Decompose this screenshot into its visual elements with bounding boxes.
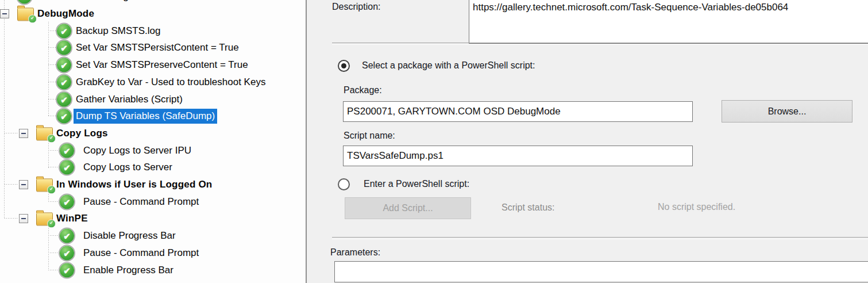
tree-connector-line [5,184,18,185]
enter-script-radio[interactable] [338,178,350,190]
tree-connector-line [48,99,56,100]
collapse-minus-icon[interactable] [0,9,9,18]
tree-item[interactable]: ✔Copy Logs to Server IPU [0,142,306,159]
tree-item[interactable]: ✔Disable Progress Bar [0,227,306,244]
tree-item-label: Set Var SMSTSPersistContent = True [76,40,239,55]
package-label: Package: [344,85,382,95]
tree-item[interactable]: ✔Backup SMSTS.log [0,22,306,40]
tree-item-label: Set Pause if Running Standalone [37,0,180,4]
tree-connector-line [5,133,18,133]
tree-connector-line [48,64,56,65]
tree-item[interactable]: ✓Copy Logs [0,125,306,142]
step-success-icon: ✔ [57,109,71,124]
select-package-radio-label: Select a package with a PowerShell scrip… [362,60,535,71]
tree-connector-line [48,150,59,151]
browse-button[interactable]: Browse... [722,100,852,123]
tree-item-label: DebugMode [37,6,94,21]
tree-item[interactable]: ✓DebugMode [0,5,306,22]
script-name-label: Script name: [344,131,395,141]
step-success-icon: ✔ [57,75,71,89]
step-success-icon: ✔ [60,246,74,260]
tree-item-label: Gather Variables (Script) [76,92,183,107]
collapse-minus-icon[interactable] [19,214,28,223]
tree-connector-line [48,235,59,236]
step-success-icon: ✔ [17,0,32,4]
tree-item-label: Dump TS Variables (SafeDump) [74,109,217,124]
collapse-minus-icon[interactable] [19,129,28,138]
enter-script-radio-label: Enter a PowerShell script: [364,179,469,189]
tree-item-label: WinPE [56,211,88,226]
tree-item-label: GrabKey to Var - Used to troubleshoot Ke… [76,75,265,90]
tree-connector-line [48,201,59,202]
tree-item-label: Pause - Command Prompt [83,246,199,261]
tree-item-label: Enable Progress Bar [83,263,173,278]
parameters-label: Parameters: [330,247,380,258]
group-folder-icon: ✓ [36,213,53,226]
tree-item[interactable]: ✔Set Pause if Running Standalone [0,0,306,5]
tree-item-label: Set Var SMSTSPreserveContent = True [76,58,248,72]
tree-item-label: Copy Logs to Server [83,160,172,175]
tree-item[interactable]: ✔Dump TS Variables (SafeDump) [0,108,306,125]
panel-splitter[interactable] [306,0,307,283]
tree-connector-line [48,167,59,167]
group-folder-icon: ✓ [36,127,53,140]
tree-connector-line [48,270,59,270]
tree-item[interactable]: ✓In Windows if User is Logged On [0,176,306,193]
step-properties-panel: Description: https://gallery.technet.mic… [308,0,868,283]
step-success-icon: ✔ [60,194,74,209]
tree-connector-line [48,82,56,82]
script-name-input[interactable]: TSVarsSafeDump.ps1 [343,146,693,166]
group-folder-icon: ✓ [17,7,34,21]
task-sequence-tree: ✔Set Pause if Running Standalone✓DebugMo… [0,0,306,283]
tree-item[interactable]: ✔Enable Progress Bar [0,262,306,279]
tree-item[interactable]: ✔Pause - Command Prompt [0,193,306,211]
tree-connector-line [48,253,59,253]
description-label: Description: [332,2,380,12]
parameters-input[interactable] [334,261,868,282]
step-success-icon: ✔ [57,92,71,106]
tree-item-label: Backup SMSTS.log [76,24,160,39]
tree-item-label: In Windows if User is Logged On [56,177,212,192]
tree-item[interactable]: ✔GrabKey to Var - Used to troubleshoot K… [0,74,306,91]
tree-connector-line [5,218,18,219]
step-success-icon: ✔ [60,143,74,158]
section-divider [332,43,868,45]
tree-item[interactable]: ✔Copy Logs to Server [0,159,306,176]
description-input[interactable]: https://gallery.technet.microsoft.com/Ta… [469,0,868,44]
tree-item-label: Copy Logs to Server IPU [83,143,191,158]
step-success-icon: ✔ [60,263,74,277]
step-success-icon: ✔ [57,58,71,72]
collapse-minus-icon[interactable] [19,180,28,189]
tree-connector-line [48,30,56,31]
tree-item[interactable]: ✔Pause - Command Prompt [0,244,306,262]
tree-item-label: Pause - Command Prompt [83,194,199,209]
tree-connector-line [48,47,56,48]
section-divider [332,237,868,239]
step-success-icon: ✔ [60,160,74,175]
group-folder-icon: ✓ [36,178,53,192]
tree-item[interactable]: ✓WinPE [0,210,306,227]
script-status-value: No script specified. [658,202,735,212]
step-success-icon: ✔ [57,24,71,38]
tree-item[interactable]: ✔Gather Variables (Script) [0,91,306,108]
tree-item[interactable]: ✔Set Var SMSTSPreserveContent = True [0,56,306,74]
select-package-radio[interactable] [338,60,350,72]
tree-item[interactable]: ✔Set Var SMSTSPersistContent = True [0,39,306,56]
step-success-icon: ✔ [60,229,74,243]
script-status-label: Script status: [501,202,554,213]
tree-connector-line [48,116,56,116]
tree-item-label: Disable Progress Bar [83,228,176,243]
add-script-button: Add Script... [345,197,471,219]
tree-item-label: Copy Logs [56,126,108,141]
package-input[interactable]: PS200071, GARYTOWN.COM OSD DebugMode [343,101,693,122]
step-success-icon: ✔ [57,41,71,55]
